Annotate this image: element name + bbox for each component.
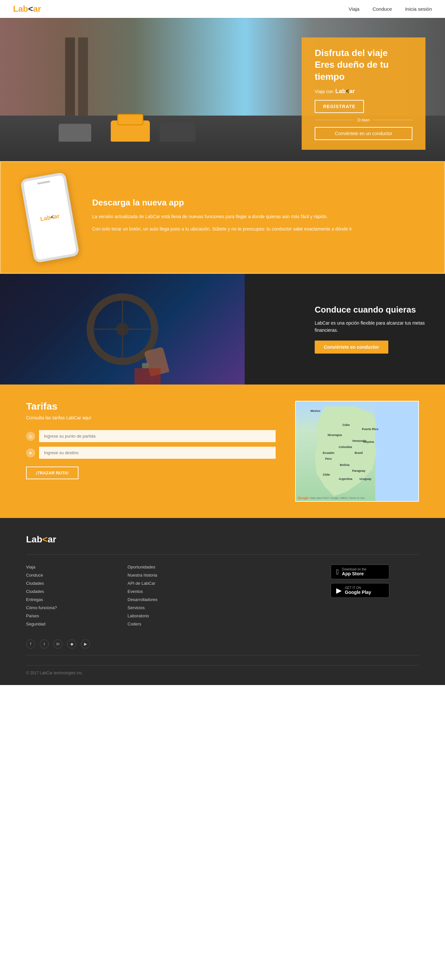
logo-bracket: < — [28, 4, 33, 14]
footer-col-badges:  Download on the App Store ▶ GET IT ON … — [331, 565, 419, 630]
map-label-paraguay: Paraguay — [352, 469, 365, 473]
footer-copyright: © 2017 LabCar technologies Inc. — [26, 665, 419, 675]
driver-section: Conduce cuando quieras LabCar es una opc… — [0, 274, 445, 385]
footer-link-seguridad[interactable]: Seguridad — [26, 622, 115, 627]
origin-icon: ◎ — [26, 432, 35, 441]
footer-logo[interactable]: Lab<ar — [26, 534, 419, 545]
social-twitter[interactable]: t — [40, 640, 49, 649]
map-label-bolivia: Bolivia — [340, 463, 349, 466]
or-divider: O bien — [315, 118, 412, 123]
social-instagram[interactable]: ◆ — [67, 640, 76, 649]
app-section: Lab<ar Descarga la nueva app La versión … — [0, 161, 445, 274]
map-footer: Map data ©2017 Google, INEGI | Terms of … — [310, 496, 365, 500]
map-label-cuba: Cuba — [342, 423, 350, 426]
logo-lab: Lab — [13, 4, 28, 14]
map-label-peru: Peru — [325, 457, 332, 460]
footer-link-api[interactable]: API de LabCar — [128, 581, 216, 586]
driver-desc: LabCar es una opción flexible para alcan… — [315, 320, 426, 334]
map-label-guyana: Guyana — [363, 440, 374, 444]
tarifas-section: Tarifas Consulta las tarifas LabCar aquí… — [0, 385, 445, 518]
dest-icon: ➤ — [26, 448, 35, 457]
google-play-icon: ▶ — [336, 586, 342, 595]
social-links: f t in ◆ ▶ — [26, 640, 419, 649]
logo-ar: ar — [33, 4, 41, 14]
footer-link-desarrolladores[interactable]: Desarrolladores — [128, 597, 216, 602]
app-badges:  Download on the App Store ▶ GET IT ON … — [331, 565, 419, 598]
tarifas-left: Tarifas Consulta las tarifas LabCar aquí… — [26, 401, 276, 479]
nav-viaja[interactable]: Viaja — [349, 6, 359, 12]
apple-icon:  — [336, 568, 339, 576]
footer-link-nuestra-historia[interactable]: Nuestra historia — [128, 573, 216, 578]
become-driver-button[interactable]: Conviértete en conductor — [315, 340, 388, 353]
phone-mockup: Lab<ar — [20, 172, 80, 263]
map-container: Mexico Cuba Puerto Rico Nicaragua Venezu… — [295, 401, 419, 502]
footer-link-viaja[interactable]: Viaja — [26, 565, 115, 570]
tarifas-subtitle: Consulta las tarifas LabCar aquí — [26, 415, 276, 420]
footer-link-coders[interactable]: Coders — [128, 622, 216, 627]
footer: Lab<ar Viaja Conduce Ciudades Ciudades E… — [0, 518, 445, 685]
footer-divider-top — [26, 554, 419, 555]
map-label-mexico: Mexico — [311, 409, 321, 412]
origin-row: ◎ — [26, 430, 276, 442]
social-facebook[interactable]: f — [26, 640, 35, 649]
google-logo: Google — [298, 496, 309, 500]
footer-link-ciudades2[interactable]: Ciudades — [26, 589, 115, 594]
footer-link-como-funciona[interactable]: Cómo funciona? — [26, 605, 115, 610]
app-desc-2: Con solo tocar un botón, un auto llega j… — [92, 225, 418, 233]
map-label-puertorico: Puerto Rico — [362, 428, 378, 431]
hero-section: Disfruta del viaje Eres dueño de tu tiem… — [0, 18, 445, 161]
logo[interactable]: Lab<ar — [13, 4, 41, 14]
hero-subtitle: Viaja con Lab<ar — [315, 88, 412, 95]
map-label-chile: Chile — [323, 473, 330, 476]
dest-row: ➤ — [26, 447, 276, 459]
appstore-badge[interactable]:  Download on the App Store — [331, 565, 389, 579]
footer-col-2: Oportunidades Nuestra historia API de La… — [128, 565, 216, 630]
dest-input[interactable] — [39, 447, 276, 459]
map-label-brasil: Brasil — [354, 451, 362, 455]
footer-link-laboratorio[interactable]: Laboratorio — [128, 613, 216, 618]
footer-columns: Viaja Conduce Ciudades Ciudades Entregas… — [26, 565, 419, 630]
footer-col-1: Viaja Conduce Ciudades Ciudades Entregas… — [26, 565, 115, 630]
main-nav: Viaja Conduce Inicia sesión — [349, 6, 432, 12]
app-content: Descarga la nueva app La versión actuali… — [92, 197, 418, 238]
app-desc-1: La versión actualizada de LabCar está ll… — [92, 213, 418, 221]
footer-link-entregas[interactable]: Entregas — [26, 597, 115, 602]
driver-overlay: Conduce cuando quieras LabCar es una opc… — [315, 305, 426, 353]
become-driver-button-hero[interactable]: Conviértete en un conductor — [315, 127, 412, 140]
social-linkedin[interactable]: in — [53, 640, 62, 649]
phone-logo-text: Lab<ar — [40, 212, 60, 223]
footer-link-servicios[interactable]: Servicios — [128, 605, 216, 610]
app-title: Descarga la nueva app — [92, 197, 418, 208]
map-inner: Mexico Cuba Puerto Rico Nicaragua Venezu… — [296, 401, 418, 501]
driver-title: Conduce cuando quieras — [315, 305, 426, 315]
driver-background — [0, 274, 245, 385]
nav-conduce[interactable]: Conduce — [372, 6, 392, 12]
footer-link-oportunidades[interactable]: Oportunidades — [128, 565, 216, 570]
map-label-nicaragua: Nicaragua — [328, 433, 342, 437]
origin-input[interactable] — [39, 430, 276, 442]
footer-link-ciudades1[interactable]: Ciudades — [26, 581, 115, 586]
map-label-ecuador: Ecuador — [323, 451, 335, 455]
hero-title: Disfruta del viaje Eres dueño de tu tiem… — [315, 47, 412, 83]
appstore-text: Download on the App Store — [342, 568, 367, 576]
googleplay-text: GET IT ON Google Play — [345, 586, 372, 595]
footer-divider-bottom — [26, 655, 419, 655]
trace-route-button[interactable]: ¡TRAZAR RUTA! — [26, 466, 78, 479]
hero-brand: Lab<ar — [335, 88, 355, 95]
map-label-uruguay: Uruguay — [360, 477, 372, 480]
googleplay-badge[interactable]: ▶ GET IT ON Google Play — [331, 583, 389, 598]
footer-link-eventos[interactable]: Eventos — [128, 589, 216, 594]
map-label-argentina: Argentina — [339, 477, 352, 480]
register-button[interactable]: REGÍSTRATE — [315, 100, 364, 113]
header: Lab<ar Viaja Conduce Inicia sesión — [0, 0, 445, 18]
tarifas-title: Tarifas — [26, 401, 276, 412]
footer-link-paises[interactable]: Países — [26, 613, 115, 618]
hero-cta-box: Disfruta del viaje Eres dueño de tu tiem… — [301, 37, 426, 150]
social-youtube[interactable]: ▶ — [81, 640, 90, 649]
footer-col-apps — [229, 565, 317, 630]
nav-inicia-sesion[interactable]: Inicia sesión — [405, 6, 432, 12]
footer-link-conduce[interactable]: Conduce — [26, 573, 115, 578]
map-label-colombia: Colombia — [339, 445, 352, 449]
